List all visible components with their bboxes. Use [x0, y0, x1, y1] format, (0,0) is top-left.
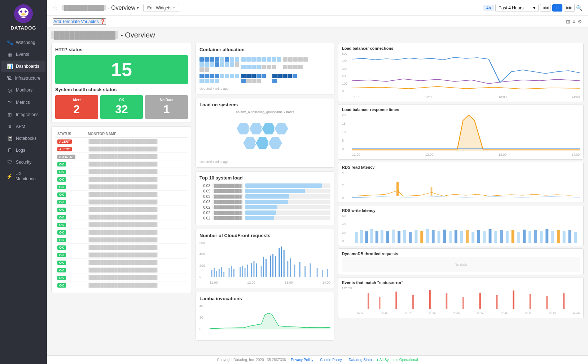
sidebar-item-security[interactable]: 🛡 Security — [1, 156, 45, 168]
svg-rect-96 — [462, 297, 464, 309]
bar-value: 0.03 — [199, 200, 210, 204]
sidebar-item-integrations[interactable]: ⊞ Integrations — [1, 109, 45, 120]
monitor-table-widget: STATUS MONITOR NAME ALERT ██████████████… — [51, 126, 192, 293]
ok-box: OK 32 — [100, 95, 143, 119]
bar-name: ████████████ — [212, 200, 243, 204]
svg-rect-102 — [563, 293, 565, 309]
apm-icon: ≡ — [6, 124, 13, 129]
add-template-vars-button[interactable]: Add Template Variables ❓ — [53, 18, 106, 25]
monitor-name-cell: ████████████████████████ — [88, 139, 158, 144]
status-badge: OK — [57, 283, 66, 288]
svg-rect-45 — [327, 269, 328, 277]
sub-topbar: Add Template Variables ❓ ⊞ ≡ ⚙ — [47, 16, 588, 27]
sidebar-item-monitors[interactable]: ◎ Monitors — [1, 84, 45, 96]
svg-rect-71 — [471, 232, 474, 243]
sidebar-item-ux[interactable]: ⚡ UX Monitoring — [1, 168, 45, 184]
sidebar-item-label: Integrations — [16, 112, 39, 117]
status-badge: OK — [57, 245, 66, 250]
svg-rect-67 — [449, 231, 452, 243]
bar-outer — [245, 194, 330, 199]
sidebar-item-metrics[interactable]: 〜 Metrics — [1, 96, 45, 108]
container-grid-display — [199, 55, 330, 85]
svg-rect-100 — [530, 294, 531, 309]
star-icon[interactable]: ☆ — [53, 4, 58, 11]
hexagon-chart — [229, 119, 301, 155]
bar-name: ████████████ — [212, 216, 243, 220]
lb-connections-title: Load balancer connections — [342, 46, 580, 50]
svg-rect-88 — [568, 230, 571, 243]
status-link[interactable]: Datadog Status — [349, 358, 374, 362]
load-systems-widget: Load on systems no aws_autoscaling_group… — [196, 98, 334, 168]
sidebar-item-logs[interactable]: 🗒 Logs — [1, 145, 45, 156]
ok-label: OK — [119, 98, 124, 102]
chevron-down-icon: ▾ — [137, 5, 139, 10]
status-badge: OK — [57, 261, 66, 265]
http-status-title: HTTP status — [55, 47, 188, 52]
logs-icon: 🗒 — [6, 147, 13, 153]
right-column: Load balancer connections 50040030020010… — [338, 43, 584, 341]
health-check-title: System health check status — [55, 87, 188, 92]
nodata-box: No Data 1 — [145, 95, 188, 119]
sidebar-item-notebooks[interactable]: 📓 Notebooks — [1, 133, 45, 144]
monitor-name-cell: ████████████████████████ — [88, 207, 158, 212]
svg-rect-43 — [317, 268, 318, 277]
table-row: OK ████████████████████████ — [55, 236, 188, 244]
svg-rect-98 — [496, 295, 498, 309]
privacy-link[interactable]: Privacy Policy — [291, 358, 313, 362]
operational-status: ● All Systems Operational — [377, 358, 418, 362]
view-icons: ⊞ ≡ ⚙ — [566, 19, 582, 25]
svg-rect-35 — [281, 247, 282, 277]
rds-write-svg — [352, 214, 580, 243]
svg-rect-68 — [455, 230, 457, 243]
svg-rect-65 — [438, 231, 440, 243]
alert-value: 2 — [73, 103, 80, 116]
settings-button[interactable]: ⚙ — [578, 19, 582, 25]
svg-rect-83 — [540, 231, 543, 243]
search-button[interactable]: 🔍 — [576, 5, 582, 11]
page-title: ████████████ - Overview — [51, 31, 584, 39]
sidebar: DATADOG 🐾 Watchdog ▦ Events 📊 Dashboards… — [0, 0, 47, 364]
table-row: OK ████████████████████████ — [55, 160, 188, 168]
http-status-value: 15 — [111, 59, 132, 80]
sidebar-item-watchdog[interactable]: 🐾 Watchdog — [1, 37, 45, 48]
sidebar-item-events[interactable]: ▦ Events — [1, 49, 45, 60]
status-badge: ALERT — [57, 139, 72, 144]
status-badge: OK — [57, 162, 66, 167]
sidebar-item-infrastructure[interactable]: 🏗 Infrastructure — [1, 72, 45, 84]
bar-inner — [245, 200, 288, 204]
svg-rect-21 — [240, 267, 241, 277]
svg-rect-97 — [479, 293, 481, 309]
status-badge: OK — [57, 208, 66, 212]
sidebar-item-apm[interactable]: ≡ APM — [1, 121, 45, 132]
status-badge: OK — [57, 268, 66, 272]
svg-rect-73 — [483, 231, 486, 243]
bar-outer — [245, 205, 330, 209]
sidebar-item-label: Events — [16, 52, 29, 57]
svg-rect-92 — [395, 292, 397, 309]
time-range-selector[interactable]: Past 4 Hours ▾ — [495, 4, 539, 12]
sidebar-item-dashboards[interactable]: 📊 Dashboards — [1, 61, 45, 72]
svg-rect-42 — [310, 263, 311, 277]
table-row: OK ████████████████████████ — [55, 198, 188, 206]
lambda-svg — [210, 304, 330, 329]
edit-widgets-button[interactable]: Edit Widgets + — [143, 4, 179, 12]
sidebar-item-label: Dashboards — [16, 64, 39, 69]
dynamo-title: DynamoDB throttled requests — [342, 252, 580, 256]
table-row: OK ████████████████████████ — [55, 281, 188, 289]
svg-rect-31 — [270, 256, 271, 277]
time-back-button[interactable]: ◀◀ — [540, 4, 551, 12]
rds-read-widget: RDS read latency 420 — [338, 162, 584, 203]
svg-rect-22 — [242, 266, 243, 277]
bar-value: 0.02 — [199, 205, 210, 209]
time-forward-button[interactable]: ▶▶ — [564, 4, 575, 12]
cookie-link[interactable]: Cookie Policy — [320, 358, 342, 362]
grid-view-button[interactable]: ⊞ — [566, 19, 570, 25]
brand-label: DATADOG — [11, 25, 36, 31]
svg-rect-94 — [429, 290, 431, 309]
list-view-button[interactable]: ≡ — [572, 19, 575, 25]
pause-button[interactable]: ⏸ — [552, 4, 562, 12]
svg-rect-90 — [368, 293, 369, 309]
rds-read-y-labels: 420 — [342, 171, 344, 200]
dynamo-chart-empty: No data — [342, 257, 580, 272]
svg-rect-74 — [489, 229, 492, 243]
